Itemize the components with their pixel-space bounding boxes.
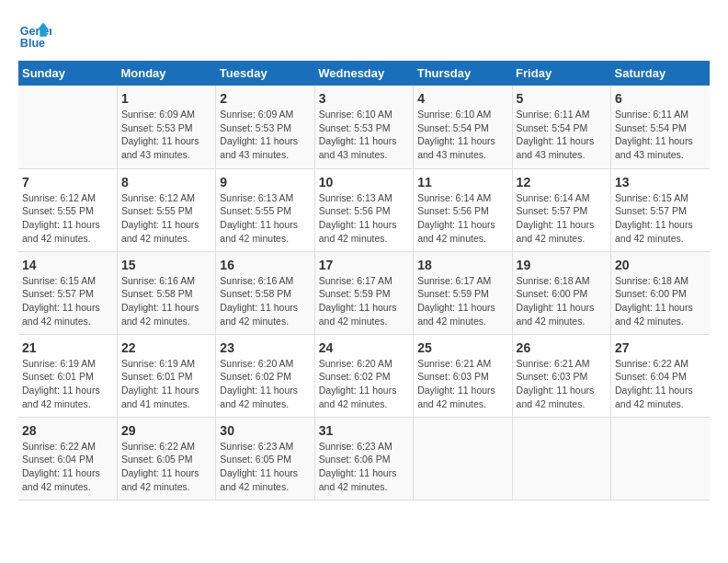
week-row-4: 21Sunrise: 6:19 AMSunset: 6:01 PMDayligh… bbox=[18, 334, 710, 417]
day-info: Sunrise: 6:11 AMSunset: 5:54 PMDaylight:… bbox=[615, 108, 706, 162]
day-number: 15 bbox=[121, 258, 211, 272]
calendar-cell: 20Sunrise: 6:18 AMSunset: 6:00 PMDayligh… bbox=[611, 251, 710, 334]
calendar-cell: 13Sunrise: 6:15 AMSunset: 5:57 PMDayligh… bbox=[611, 168, 710, 251]
calendar-cell: 26Sunrise: 6:21 AMSunset: 6:03 PMDayligh… bbox=[512, 334, 610, 417]
day-info: Sunrise: 6:18 AMSunset: 6:00 PMDaylight:… bbox=[517, 274, 607, 328]
day-info: Sunrise: 6:13 AMSunset: 5:56 PMDaylight:… bbox=[319, 191, 409, 246]
day-info: Sunrise: 6:20 AMSunset: 6:02 PMDaylight:… bbox=[319, 357, 409, 411]
day-number: 4 bbox=[417, 91, 507, 106]
day-info: Sunrise: 6:22 AMSunset: 6:05 PMDaylight:… bbox=[121, 440, 211, 494]
calendar-cell: 31Sunrise: 6:23 AMSunset: 6:06 PMDayligh… bbox=[314, 417, 413, 500]
day-number: 24 bbox=[319, 340, 409, 355]
calendar-cell: 24Sunrise: 6:20 AMSunset: 6:02 PMDayligh… bbox=[314, 334, 413, 417]
day-number: 12 bbox=[517, 175, 607, 190]
day-info: Sunrise: 6:17 AMSunset: 5:59 PMDaylight:… bbox=[319, 274, 409, 328]
day-number: 14 bbox=[22, 258, 113, 272]
logo-icon: General Blue bbox=[18, 18, 51, 52]
calendar-body: 1Sunrise: 6:09 AMSunset: 5:53 PMDaylight… bbox=[18, 86, 710, 500]
day-number: 2 bbox=[220, 91, 310, 106]
day-info: Sunrise: 6:15 AMSunset: 5:57 PMDaylight:… bbox=[615, 191, 706, 246]
day-info: Sunrise: 6:12 AMSunset: 5:55 PMDaylight:… bbox=[22, 191, 113, 246]
day-info: Sunrise: 6:11 AMSunset: 5:54 PMDaylight:… bbox=[517, 108, 607, 162]
day-info: Sunrise: 6:15 AMSunset: 5:57 PMDaylight:… bbox=[22, 274, 113, 328]
week-row-3: 14Sunrise: 6:15 AMSunset: 5:57 PMDayligh… bbox=[18, 251, 710, 334]
calendar-cell: 7Sunrise: 6:12 AMSunset: 5:55 PMDaylight… bbox=[18, 168, 117, 251]
calendar-cell: 16Sunrise: 6:16 AMSunset: 5:58 PMDayligh… bbox=[216, 251, 314, 334]
day-number: 11 bbox=[417, 175, 507, 190]
day-info: Sunrise: 6:22 AMSunset: 6:04 PMDaylight:… bbox=[615, 357, 706, 411]
weekday-header-thursday: Thursday bbox=[414, 61, 512, 86]
day-number: 29 bbox=[121, 423, 211, 438]
calendar-cell: 27Sunrise: 6:22 AMSunset: 6:04 PMDayligh… bbox=[611, 334, 710, 417]
day-number: 5 bbox=[517, 91, 607, 106]
day-info: Sunrise: 6:22 AMSunset: 6:04 PMDaylight:… bbox=[22, 440, 113, 494]
day-number: 23 bbox=[220, 340, 310, 355]
weekday-header-friday: Friday bbox=[512, 61, 610, 86]
calendar-cell bbox=[512, 417, 610, 500]
calendar-header-row: SundayMondayTuesdayWednesdayThursdayFrid… bbox=[18, 61, 710, 86]
day-info: Sunrise: 6:19 AMSunset: 6:01 PMDaylight:… bbox=[121, 357, 211, 411]
day-number: 31 bbox=[319, 423, 409, 438]
svg-text:Blue: Blue bbox=[20, 37, 45, 50]
day-number: 21 bbox=[22, 340, 113, 355]
day-number: 17 bbox=[319, 258, 409, 272]
day-info: Sunrise: 6:09 AMSunset: 5:53 PMDaylight:… bbox=[121, 108, 211, 162]
day-number: 7 bbox=[22, 175, 113, 190]
weekday-header-sunday: Sunday bbox=[18, 61, 117, 86]
day-info: Sunrise: 6:21 AMSunset: 6:03 PMDaylight:… bbox=[517, 357, 607, 411]
day-number: 20 bbox=[615, 258, 706, 272]
day-info: Sunrise: 6:16 AMSunset: 5:58 PMDaylight:… bbox=[121, 274, 211, 328]
calendar-cell: 18Sunrise: 6:17 AMSunset: 5:59 PMDayligh… bbox=[414, 251, 512, 334]
calendar-cell: 17Sunrise: 6:17 AMSunset: 5:59 PMDayligh… bbox=[314, 251, 413, 334]
day-number: 28 bbox=[22, 423, 113, 438]
calendar-cell bbox=[18, 86, 117, 168]
day-info: Sunrise: 6:13 AMSunset: 5:55 PMDaylight:… bbox=[220, 191, 310, 246]
calendar-cell: 6Sunrise: 6:11 AMSunset: 5:54 PMDaylight… bbox=[611, 86, 710, 168]
day-info: Sunrise: 6:10 AMSunset: 5:54 PMDaylight:… bbox=[417, 108, 507, 162]
week-row-1: 1Sunrise: 6:09 AMSunset: 5:53 PMDaylight… bbox=[18, 86, 710, 168]
weekday-header-wednesday: Wednesday bbox=[314, 61, 413, 86]
day-number: 13 bbox=[615, 175, 706, 190]
week-row-5: 28Sunrise: 6:22 AMSunset: 6:04 PMDayligh… bbox=[18, 417, 710, 500]
day-number: 22 bbox=[121, 340, 211, 355]
day-number: 25 bbox=[417, 340, 507, 355]
calendar-cell: 8Sunrise: 6:12 AMSunset: 5:55 PMDaylight… bbox=[117, 168, 215, 251]
weekday-header-tuesday: Tuesday bbox=[216, 61, 314, 86]
day-number: 3 bbox=[319, 91, 409, 106]
day-number: 30 bbox=[220, 423, 310, 438]
day-info: Sunrise: 6:14 AMSunset: 5:56 PMDaylight:… bbox=[417, 191, 507, 246]
day-number: 26 bbox=[517, 340, 607, 355]
calendar-cell: 14Sunrise: 6:15 AMSunset: 5:57 PMDayligh… bbox=[18, 251, 117, 334]
weekday-header-saturday: Saturday bbox=[611, 61, 710, 86]
calendar-cell: 9Sunrise: 6:13 AMSunset: 5:55 PMDaylight… bbox=[216, 168, 314, 251]
calendar-cell bbox=[414, 417, 512, 500]
calendar-cell: 19Sunrise: 6:18 AMSunset: 6:00 PMDayligh… bbox=[512, 251, 610, 334]
day-number: 8 bbox=[121, 175, 211, 190]
calendar-cell: 29Sunrise: 6:22 AMSunset: 6:05 PMDayligh… bbox=[117, 417, 215, 500]
calendar-cell: 21Sunrise: 6:19 AMSunset: 6:01 PMDayligh… bbox=[18, 334, 117, 417]
day-info: Sunrise: 6:23 AMSunset: 6:05 PMDaylight:… bbox=[220, 440, 310, 494]
day-number: 18 bbox=[417, 258, 507, 272]
calendar-cell: 10Sunrise: 6:13 AMSunset: 5:56 PMDayligh… bbox=[314, 168, 413, 251]
calendar-cell: 22Sunrise: 6:19 AMSunset: 6:01 PMDayligh… bbox=[117, 334, 215, 417]
day-info: Sunrise: 6:20 AMSunset: 6:02 PMDaylight:… bbox=[220, 357, 310, 411]
calendar-cell: 30Sunrise: 6:23 AMSunset: 6:05 PMDayligh… bbox=[216, 417, 314, 500]
day-number: 27 bbox=[615, 340, 706, 355]
calendar-cell bbox=[611, 417, 710, 500]
calendar-cell: 3Sunrise: 6:10 AMSunset: 5:53 PMDaylight… bbox=[314, 86, 413, 168]
week-row-2: 7Sunrise: 6:12 AMSunset: 5:55 PMDaylight… bbox=[18, 168, 710, 251]
calendar-table: SundayMondayTuesdayWednesdayThursdayFrid… bbox=[18, 61, 710, 500]
day-info: Sunrise: 6:10 AMSunset: 5:53 PMDaylight:… bbox=[319, 108, 409, 162]
page-header: General Blue bbox=[18, 18, 710, 52]
day-info: Sunrise: 6:12 AMSunset: 5:55 PMDaylight:… bbox=[121, 191, 211, 246]
logo: General Blue bbox=[18, 18, 55, 52]
calendar-cell: 5Sunrise: 6:11 AMSunset: 5:54 PMDaylight… bbox=[512, 86, 610, 168]
calendar-cell: 11Sunrise: 6:14 AMSunset: 5:56 PMDayligh… bbox=[414, 168, 512, 251]
day-info: Sunrise: 6:18 AMSunset: 6:00 PMDaylight:… bbox=[615, 274, 706, 328]
weekday-header-monday: Monday bbox=[117, 61, 215, 86]
calendar-cell: 4Sunrise: 6:10 AMSunset: 5:54 PMDaylight… bbox=[414, 86, 512, 168]
day-number: 6 bbox=[615, 91, 706, 106]
day-info: Sunrise: 6:19 AMSunset: 6:01 PMDaylight:… bbox=[22, 357, 113, 411]
day-info: Sunrise: 6:17 AMSunset: 5:59 PMDaylight:… bbox=[417, 274, 507, 328]
day-info: Sunrise: 6:23 AMSunset: 6:06 PMDaylight:… bbox=[319, 440, 409, 494]
